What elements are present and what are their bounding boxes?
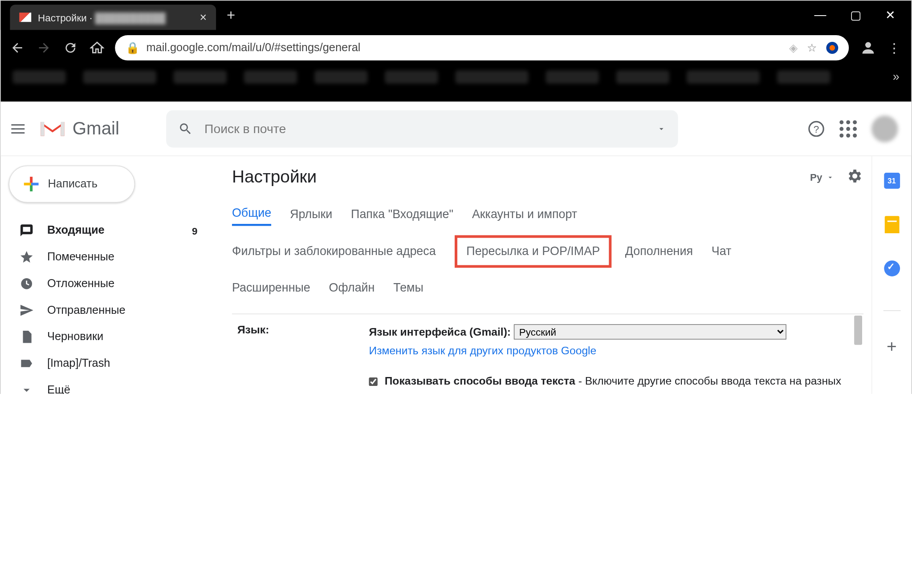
help-icon[interactable]: ? — [808, 120, 825, 137]
tab-accounts[interactable]: Аккаунты и импорт — [472, 203, 577, 225]
close-tab-icon[interactable]: × — [200, 10, 207, 24]
account-avatar[interactable] — [871, 115, 898, 142]
tasks-icon[interactable] — [883, 260, 900, 277]
svg-text:?: ? — [814, 123, 819, 134]
url-text: mail.google.com/mail/u/0/#settings/gener… — [146, 41, 360, 55]
settings-panel: Настройки Ру Общие Ярлыки Папка "Входящи… — [220, 156, 871, 394]
sidebar-item-snoozed[interactable]: Отложенные — [8, 271, 220, 297]
tab-title: Настройки · — [38, 12, 92, 23]
bookmarks-overflow-icon[interactable]: » — [893, 70, 900, 84]
bookmark-item[interactable] — [385, 70, 438, 83]
sidebar-item-more[interactable]: Ещё — [8, 377, 220, 394]
learn-more-link[interactable]: Подробнее... — [543, 393, 609, 394]
reload-icon[interactable] — [63, 41, 78, 55]
tab-advanced[interactable]: Расширенные — [232, 277, 310, 299]
sidebar-item-starred[interactable]: Помеченные — [8, 244, 220, 271]
lock-icon: 🔒 — [126, 41, 139, 55]
browser-window: Настройки · ██████████ × + — ▢ ✕ 🔒 mail.… — [0, 0, 912, 394]
input-tool-indicator[interactable]: Ру — [810, 171, 822, 182]
add-addon-icon[interactable]: + — [883, 337, 900, 355]
bookmark-item[interactable] — [455, 70, 528, 83]
tab-general[interactable]: Общие — [232, 202, 271, 226]
clock-icon — [19, 276, 34, 291]
plus-icon — [24, 177, 39, 191]
tab-forwarding[interactable]: Пересылка и POP/IMAP — [454, 235, 611, 268]
maximize-icon[interactable]: ▢ — [850, 8, 861, 23]
back-icon[interactable] — [10, 41, 24, 55]
gmail-logo-text: Gmail — [73, 118, 119, 139]
inbox-count: 9 — [192, 225, 197, 236]
ui-language-label: Язык интерфейса (Gmail): — [369, 325, 511, 337]
setting-language-label: Язык: — [237, 322, 369, 394]
settings-title: Настройки — [232, 167, 317, 187]
profile-icon[interactable] — [859, 39, 877, 57]
keep-icon[interactable] — [883, 216, 900, 233]
bookmark-item[interactable] — [314, 70, 367, 83]
star-icon[interactable]: ☆ — [807, 41, 817, 55]
change-language-link[interactable]: Изменить язык для других продуктов Googl… — [369, 344, 596, 356]
bookmark-item[interactable] — [83, 70, 156, 83]
tab-offline[interactable]: Офлайн — [329, 277, 375, 299]
browser-tab[interactable]: Настройки · ██████████ × — [10, 4, 216, 30]
extension-icon[interactable]: ◈ — [789, 41, 798, 55]
tab-labels[interactable]: Ярлыки — [290, 203, 332, 225]
bookmark-item[interactable] — [687, 70, 760, 83]
apps-icon[interactable] — [839, 120, 857, 137]
sidebar-item-label: Ещё — [47, 383, 70, 394]
bookmark-item[interactable] — [777, 70, 830, 83]
sidebar-item-label: Помеченные — [47, 251, 114, 264]
bookmark-item[interactable] — [244, 70, 297, 83]
label-icon — [19, 356, 34, 371]
language-select[interactable]: Русский — [514, 324, 786, 339]
chevron-down-icon — [19, 383, 34, 394]
scrollbar-thumb[interactable] — [854, 316, 862, 345]
gmail-logo-icon — [38, 118, 67, 139]
browser-chrome: Настройки · ██████████ × + — ▢ ✕ 🔒 mail.… — [0, 0, 911, 101]
drafts-icon — [19, 329, 34, 344]
tab-filters[interactable]: Фильтры и заблокированные адреса — [232, 240, 436, 262]
calendar-icon[interactable]: 31 — [883, 172, 900, 190]
address-bar[interactable]: 🔒 mail.google.com/mail/u/0/#settings/gen… — [115, 35, 849, 61]
show-input-tools-checkbox[interactable] — [369, 377, 377, 386]
gmail-header: Gmail Поиск в почте ? — [0, 101, 911, 156]
tab-chat[interactable]: Чат — [712, 240, 732, 262]
sidebar-item-sent[interactable]: Отправленные — [8, 297, 220, 324]
gmail-favicon — [19, 12, 31, 22]
search-placeholder: Поиск в почте — [204, 121, 286, 136]
star-icon — [19, 250, 34, 264]
minimize-icon[interactable]: — — [814, 8, 826, 23]
bookmarks-bar: » — [0, 66, 911, 90]
close-icon[interactable]: ✕ — [885, 8, 895, 23]
tab-inbox[interactable]: Папка "Входящие" — [351, 203, 453, 225]
gmail-app: Gmail Поиск в почте ? Написать — [0, 101, 911, 394]
gear-icon[interactable] — [846, 167, 863, 187]
tab-themes[interactable]: Темы — [393, 277, 423, 299]
bookmark-item[interactable] — [174, 70, 227, 83]
sidebar-item-drafts[interactable]: Черновики — [8, 324, 220, 350]
bookmark-item[interactable] — [12, 70, 65, 83]
forward-icon[interactable] — [37, 41, 51, 55]
sidebar-item-imap-trash[interactable]: [Imap]/Trash — [8, 350, 220, 377]
sidebar-item-inbox[interactable]: Входящие 9 — [8, 217, 220, 244]
sidebar-item-label: Отложенные — [47, 277, 114, 290]
search-options-icon[interactable] — [656, 124, 666, 133]
main-menu-icon[interactable] — [11, 124, 24, 133]
new-tab-button[interactable]: + — [227, 7, 235, 24]
tab-addons[interactable]: Дополнения — [625, 240, 693, 262]
bookmark-item[interactable] — [616, 70, 669, 83]
gmail-logo[interactable]: Gmail — [38, 118, 119, 139]
sidebar-item-label: Отправленные — [47, 304, 126, 317]
menu-icon[interactable]: ⋮ — [888, 40, 902, 56]
home-icon[interactable] — [90, 41, 105, 55]
change-tools-link[interactable]: Изменить инструменты — [414, 393, 533, 394]
compose-button[interactable]: Написать — [8, 166, 135, 203]
chevron-down-icon[interactable] — [826, 173, 834, 181]
extension-swirl-icon[interactable] — [826, 42, 838, 54]
window-controls: — ▢ ✕ — [814, 8, 912, 23]
browser-titlebar: Настройки · ██████████ × + — ▢ ✕ — [0, 0, 911, 30]
side-panel: 31 + — [871, 156, 912, 394]
inbox-icon — [19, 223, 34, 238]
search-box[interactable]: Поиск в почте — [166, 110, 677, 147]
bookmark-item[interactable] — [546, 70, 599, 83]
settings-content: Язык: Язык интерфейса (Gmail): Русский И… — [232, 314, 863, 394]
